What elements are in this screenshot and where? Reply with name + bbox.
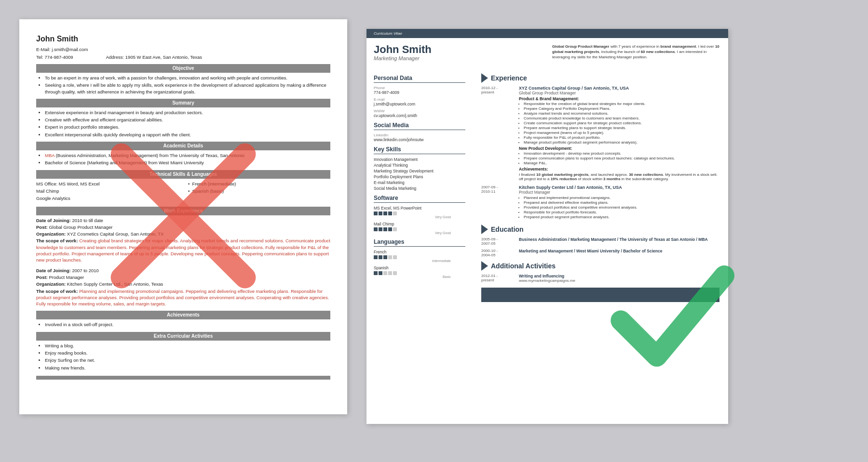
phone-label: Phone [374,86,465,90]
header-section: John Smith Marketing Manager Global Grou… [366,38,728,64]
email-value: j.smith@uptowork.com [374,102,465,106]
www-label: WWW [374,109,465,113]
bottom-bar [36,376,330,380]
list-item: Extensive experience in brand management… [45,109,330,116]
summary-header: Summary [36,99,330,107]
list-item: Seeking a role, where I will be able to … [45,82,330,95]
work-post: Post: Global Group Product Manager [36,224,330,230]
right-panel: Experience 2010-12 -present XYZ Cosmetic… [473,64,728,309]
software-item: Mail Chimp Very Good [374,222,465,235]
objective-list: To be an expert in my area of work, with… [36,75,330,95]
extra-list: Writing a blog. Enjoy reading books. Enj… [36,343,330,371]
exp-achievements: I finalized 10 global marketing projects… [519,172,719,181]
languages-title: Languages [374,238,465,247]
extra-header: Extra Curricular Activities [36,332,330,341]
list-item: MBA (Business Administration, Marketing … [45,152,330,158]
page-container: John Smith E-Mail: j.smith@mail.com Tel:… [0,0,868,462]
edu-date: 2005-09 -2007-05 [481,237,515,246]
work-org: Organization: Kitchen Supply Center Ltd.… [36,281,330,287]
right-name: John Smith [374,44,542,55]
work-post: Post: Product Manager [36,274,330,280]
list-item: Enjoy Surfing on the net. [45,357,330,363]
lang-item: • Spanish (basic) [188,188,330,194]
list-item: To be an expert in my area of work, with… [45,75,330,81]
activities-title: Additional Activities [491,262,556,270]
tech-item: MS Office: MS Word, MS Excel [36,181,178,187]
language-item: Spanish Basic [374,265,465,278]
work-scope: The scope of work: Creating global brand… [36,238,330,263]
skill-item: Social Media Marketing [374,186,465,191]
right-bottom-bar [481,288,719,302]
phone-value: 774-987-4009 [374,90,465,95]
skill-item: E-mail Marketing [374,180,465,185]
left-name: John Smith [36,34,330,44]
edu-degree: Marketing and Management / West Miami Un… [519,249,719,253]
list-item: Making new friends. [45,365,330,371]
left-tel: Tel: 774-987-4009 Address: 1905 W East A… [36,54,330,60]
exp-company: Kitchen Supply Center Ltd / San Antonio,… [519,185,719,190]
activities-arrow-icon [481,261,488,271]
exp-title: Product Manager [519,190,719,195]
edu-entry: 2005-09 -2007-05 Business Administration… [481,237,719,246]
skills-title: Key Skills [374,146,465,154]
edu-entry: 2000-10 -2004-05 Marketing and Managemen… [481,249,719,257]
list-item: Fully responsible for P&L of product por… [524,135,719,140]
list-item: Create communication support plans for s… [524,121,719,125]
left-panel: Personal Data Phone 774-987-4009 E-mail … [366,64,473,309]
list-item: Prepare Category and Portfolio Deploymen… [524,106,719,111]
activity-title: Writing and Influencing [519,274,719,278]
exp-section: Achievements: [519,167,719,172]
work-entry: Date of Joining: 2007 to 2010 Post: Prod… [36,267,330,307]
academic-header: Academic Details [36,142,330,150]
personal-data-title: Personal Data [374,75,465,83]
list-item: Manage product portfolio (product segmen… [524,140,719,145]
exp-date: 2010-12 -present [481,86,515,181]
list-item: Communicate product knowledge to custome… [524,116,719,120]
list-item: Prepared and delivered effective marketi… [524,200,719,205]
work-scope: The scope of work: Planning and implemen… [36,288,330,307]
academic-list: MBA (Business Administration, Marketing … [36,152,330,166]
lang-item: • French (intermediate) [188,181,330,187]
list-item: Responsible for the creation of global b… [524,102,719,106]
technical-cols: MS Office: MS Word, MS Excel Mail Chimp … [36,181,330,203]
language-item: French Intermediate [374,250,465,263]
list-item: Prepare annual marketing plans to suppor… [524,126,719,130]
linkedin-value: www.linkedin.com/johnsutw [374,137,465,142]
activity-date: 2012-01 -present [481,274,515,283]
list-item: Bachelor of Science (Marketing and Manag… [45,159,330,166]
social-title: Social Media [374,122,465,130]
exp-title: Global Group Product Manager [519,91,719,95]
activity-url: www.mymarketingcampaigns.me [519,278,719,283]
skill-item: Analytical Thinking [374,163,465,168]
main-columns: Personal Data Phone 774-987-4009 E-mail … [366,64,728,309]
work-entry: Date of Joining: 2010 to till date Post:… [36,217,330,264]
summary-text: Global Group Product Manager with 7 year… [552,44,719,59]
list-item: Innovation development - develop new pro… [524,151,719,156]
experience-title: Experience [491,74,527,82]
email-label: E-mail [374,97,465,102]
exp-company: XYZ Cosmetics Capital Group / San Antoni… [519,86,719,91]
work-org: Organization: XYZ Cosmetics Capital Grou… [36,231,330,237]
edu-arrow-icon [481,224,488,234]
skill-item: Marketing Strategy Development [374,169,465,173]
list-item: Creative with effective and efficient or… [45,117,330,123]
achievements-header: Achievements [36,311,330,319]
exp-entry: 2010-12 -present XYZ Cosmetics Capital G… [481,86,719,181]
list-item: Analyze market trends and recommend solu… [524,111,719,116]
cv-topbar: Curriculum Vitae [366,29,728,38]
summary-list: Extensive experience in brand management… [36,109,330,138]
tech-item: Google Analytics [36,195,178,201]
achievements-list: Involved in a stock sell-off project. [36,321,330,328]
list-item: Prepare communication plans to support n… [524,156,719,160]
linkedin-label: LinkedIn [374,133,465,137]
left-email: E-Mail: j.smith@mail.com [36,46,330,53]
list-item: Expert in product portfolio strategies. [45,124,330,130]
list-item: Project management (teams of up to 5 peo… [524,131,719,135]
bad-resume: John Smith E-Mail: j.smith@mail.com Tel:… [19,19,347,414]
list-item: Responsible for product portfolio foreca… [524,210,719,214]
www-value: cv.uptowork.com/j.smith [374,113,465,118]
activity-entry: 2012-01 -present Writing and Influencing… [481,274,719,283]
education-title: Education [491,225,524,233]
exp-arrow-icon [481,73,488,83]
exp-section: Product & Brand Management: [519,96,719,101]
